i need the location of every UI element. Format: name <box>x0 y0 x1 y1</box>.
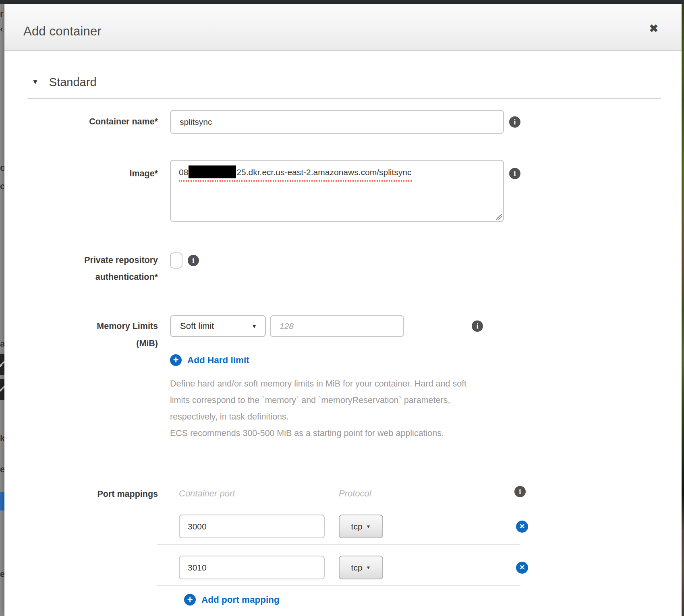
container-port-input[interactable] <box>179 556 325 579</box>
info-icon[interactable]: i <box>472 320 483 332</box>
info-icon[interactable]: i <box>188 255 199 266</box>
protocol-column-header: Protocol <box>339 488 371 499</box>
help-text-line: ECS recommends 300-500 MiB as a starting… <box>170 425 466 442</box>
help-text-line: respectively, in task definitions. <box>170 409 466 425</box>
background-wallpaper-right-strip <box>681 4 684 616</box>
private-repo-checkbox[interactable] <box>170 252 182 269</box>
memory-limits-label: Memory Limits (MiB) <box>4 315 158 442</box>
image-value-prefix: 08 <box>179 167 188 177</box>
port-mapping-rows: tcp ▼ ✕ tcp ▼ ✕ <box>4 515 682 586</box>
chevron-down-icon: ▼ <box>251 323 257 329</box>
plus-icon: + <box>184 594 196 606</box>
redacted-account-id <box>189 165 236 178</box>
private-repo-label: Private repository authentication* <box>4 252 158 285</box>
standard-section-header[interactable]: ▼ Standard <box>32 74 682 90</box>
modal-header: Add container ✖ <box>4 4 682 51</box>
memory-limit-type-select[interactable]: Soft limit ▼ <box>170 315 266 337</box>
port-mappings-label: Port mappings <box>4 486 158 504</box>
add-port-mapping-link[interactable]: + Add port mapping <box>184 594 682 606</box>
port-mapping-row: tcp ▼ ✕ <box>4 556 682 579</box>
container-name-label: Container name* <box>4 110 158 134</box>
container-name-row: Container name* i <box>4 110 682 134</box>
image-textarea[interactable]: 0825.dkr.ecr.us-east-2.amazonaws.com/spl… <box>170 160 504 222</box>
plus-icon: + <box>170 354 182 366</box>
add-container-modal: Add container ✖ ▼ Standard Container nam… <box>4 4 682 616</box>
port-mapping-row: tcp ▼ ✕ <box>4 515 682 538</box>
remove-port-mapping-icon[interactable]: ✕ <box>516 521 528 533</box>
protocol-select[interactable]: tcp ▼ <box>339 515 383 538</box>
container-port-input[interactable] <box>179 515 325 538</box>
modal-body: ▼ Standard Container name* i Image* 0825… <box>4 74 682 606</box>
image-label: Image* <box>4 160 158 222</box>
chevron-down-icon: ▼ <box>366 524 371 529</box>
memory-limits-help-text: Define hard and/or soft memory limits in… <box>170 376 466 442</box>
protocol-value: tcp <box>351 522 363 531</box>
protocol-select[interactable]: tcp ▼ <box>339 556 383 579</box>
info-icon[interactable]: i <box>514 486 526 497</box>
help-text-line: Define hard and/or soft memory limits in… <box>170 376 466 392</box>
resize-handle[interactable] <box>496 214 502 220</box>
image-value-suffix: 25.dkr.ecr.us-east-2.amazonaws.com/split… <box>236 167 411 177</box>
protocol-value: tcp <box>351 563 363 573</box>
memory-limit-value-input[interactable] <box>270 315 404 337</box>
container-port-column-header: Container port <box>179 488 235 499</box>
container-name-input[interactable] <box>170 110 504 134</box>
memory-limits-row: Memory Limits (MiB) Soft limit ▼ + Add H… <box>4 315 682 442</box>
private-repo-row: Private repository authentication* i <box>4 252 682 285</box>
modal-title: Add container <box>23 24 102 39</box>
remove-port-mapping-icon[interactable]: ✕ <box>516 562 528 574</box>
image-row: Image* 0825.dkr.ecr.us-east-2.amazonaws.… <box>4 160 682 222</box>
port-mappings-section: Port mappings Container port Protocol i … <box>4 486 682 606</box>
info-icon[interactable]: i <box>509 168 520 179</box>
port-row-divider <box>157 544 520 545</box>
image-value: 0825.dkr.ecr.us-east-2.amazonaws.com/spl… <box>179 165 412 182</box>
info-icon[interactable]: i <box>509 116 520 128</box>
help-text-line: limits correspond to the `memory` and `m… <box>170 392 466 409</box>
section-title: Standard <box>49 76 97 89</box>
add-port-mapping-label: Add port mapping <box>201 595 280 605</box>
port-mappings-header: Port mappings Container port Protocol i <box>4 486 682 504</box>
close-icon[interactable]: ✖ <box>649 23 658 34</box>
chevron-down-icon: ▼ <box>366 565 371 571</box>
section-divider <box>27 98 661 99</box>
add-hard-limit-link[interactable]: + Add Hard limit <box>170 354 466 366</box>
add-hard-limit-label: Add Hard limit <box>187 355 249 366</box>
chevron-down-icon[interactable]: ▼ <box>32 78 39 86</box>
memory-limit-type-value: Soft limit <box>180 321 214 331</box>
port-row-divider <box>157 585 520 586</box>
background-top-bar <box>0 0 684 4</box>
